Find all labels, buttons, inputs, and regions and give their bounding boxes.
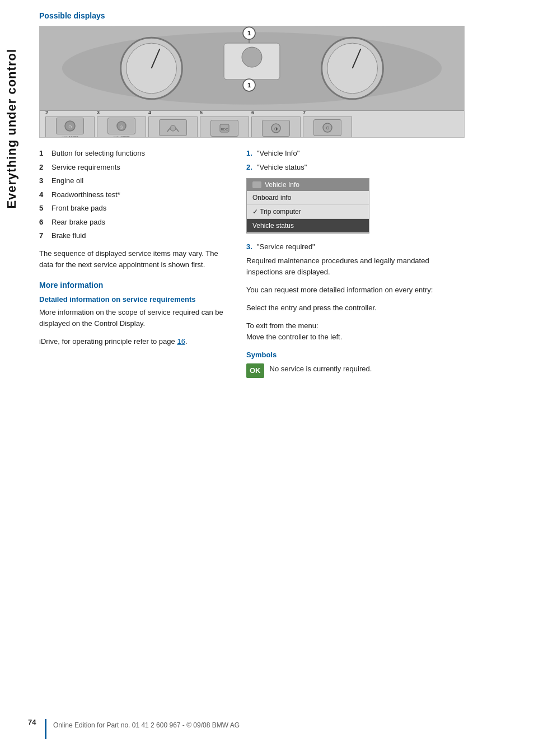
- main-content: Possible displays 1: [28, 0, 534, 395]
- col-left: 1 Button for selecting functions 2 Servi…: [39, 148, 229, 378]
- vib-item-onboard: Onboard info: [247, 191, 369, 205]
- svg-text:1: 1: [247, 30, 251, 36]
- page-number: 74: [28, 718, 45, 726]
- page-footer: 74 Online Edition for Part no. 01 41 2 6…: [28, 718, 517, 739]
- symbol-row: OK No service is currently required.: [246, 363, 459, 378]
- list-item-7: 7 Brake fluid: [39, 230, 229, 241]
- list-item-2: 2 Service requirements: [39, 162, 229, 173]
- sidebar-label: Everything under control: [4, 49, 19, 209]
- exit-text: Move the controller to the left.: [246, 333, 342, 341]
- svg-text:⊙: ⊙: [326, 125, 330, 130]
- symbols-text: No service is currently required.: [270, 363, 372, 375]
- vib-icon: [252, 181, 261, 188]
- required-text: Required maintenance procedures and lega…: [246, 255, 459, 278]
- instr-block-3: ◷ mi/s 10000⊙ 12/2009: [97, 116, 146, 138]
- two-col-layout: 1 Button for selecting functions 2 Servi…: [39, 148, 465, 378]
- svg-text:RDC: RDC: [221, 128, 229, 131]
- vib-item-trip: Trip computer: [247, 205, 369, 219]
- instr-block-4: ⊙ 12/2009: [148, 116, 198, 138]
- list-text-4: Roadworthiness test*: [51, 189, 120, 200]
- diagram-top: 1 1: [40, 26, 464, 110]
- footer-text: Online Edition for Part no. 01 41 2 600 …: [53, 718, 240, 730]
- list-num-4: 4: [39, 189, 47, 200]
- instr-block-2: ⊙ mi/s 10000⊙ 12/2009: [45, 116, 95, 138]
- more-info-heading: More information: [39, 281, 229, 290]
- vib-item-vehicle-status: Vehicle status: [247, 219, 369, 233]
- right-text-2: "Vehicle status": [257, 162, 307, 173]
- ok-badge: OK: [246, 363, 264, 378]
- instr-block-6: ◑ mi/s 10000: [251, 116, 301, 138]
- svg-text:◑: ◑: [274, 127, 278, 130]
- sequence-text: The sequence of displayed service items …: [39, 248, 229, 270]
- list-item-3: 3 Engine oil: [39, 175, 229, 186]
- list-item-6: 6 Rear brake pads: [39, 217, 229, 228]
- sub-heading: Detailed information on service requirem…: [39, 295, 229, 304]
- step3-text: "Service required": [257, 241, 315, 253]
- symbols-heading: Symbols: [246, 351, 459, 359]
- sidebar: Everything under control: [0, 45, 24, 213]
- right-num-2: 2.: [246, 162, 252, 173]
- sub-text-1: More information on the scope of service…: [39, 307, 229, 329]
- svg-point-9: [242, 47, 262, 67]
- right-num-1: 1.: [246, 148, 252, 159]
- instr-block-5: RDC mi/s 10000: [200, 116, 249, 138]
- list-text-7: Brake fluid: [51, 230, 86, 241]
- col-right: 1. "Vehicle Info" 2. "Vehicle status" Ve…: [246, 148, 459, 378]
- right-list-item-2: 2. "Vehicle status": [246, 162, 459, 173]
- select-text: Select the entry and press the controlle…: [246, 302, 459, 314]
- list-num-6: 6: [39, 217, 47, 228]
- svg-text:⊙: ⊙: [68, 124, 72, 129]
- list-num-1: 1: [39, 148, 47, 159]
- list-item-5: 5 Front brake pads: [39, 203, 229, 214]
- section-heading: Possible displays: [39, 11, 517, 20]
- step3-num: 3.: [246, 241, 252, 253]
- diagram-bottom: 2 ⊙ mi/s 10000⊙ 12/2009 3 ◷ mi/s 10: [40, 110, 464, 138]
- exit-label-text: To exit from the menu: Move the controll…: [246, 320, 459, 343]
- list-text-1: Button for selecting functions: [51, 148, 145, 159]
- list-text-3: Engine oil: [51, 175, 83, 186]
- svg-text:◷: ◷: [120, 125, 123, 129]
- footer-bar: [45, 719, 46, 739]
- svg-point-19: [170, 125, 176, 131]
- vib-header: Vehicle Info: [247, 179, 369, 191]
- list-num-3: 3: [39, 175, 47, 186]
- svg-text:1: 1: [247, 82, 251, 88]
- step3-item: 3. "Service required": [246, 241, 459, 253]
- list-text-5: Front brake pads: [51, 203, 106, 214]
- list-num-5: 5: [39, 203, 47, 214]
- vehicle-info-box: Vehicle Info Onboard info Trip computer …: [246, 178, 369, 234]
- sub-text-2: iDrive, for operating principle refer to…: [39, 336, 229, 347]
- instr-block-7: ⊙ ⊙ 12/2009: [303, 116, 352, 138]
- exit-label: To exit from the menu:: [246, 321, 318, 330]
- dashboard-diagram: 1 1 2 ⊙ mi/s 10000⊙ 12/2009: [39, 26, 465, 138]
- cluster-svg: 1 1: [40, 26, 464, 110]
- list-item-4: 4 Roadworthiness test*: [39, 189, 229, 200]
- numbered-list: 1 Button for selecting functions 2 Servi…: [39, 148, 229, 241]
- right-text-1: "Vehicle Info": [257, 148, 299, 159]
- vib-header-label: Vehicle Info: [265, 181, 299, 189]
- list-text-6: Rear brake pads: [51, 217, 105, 228]
- right-list-item-1: 1. "Vehicle Info": [246, 148, 459, 159]
- list-text-2: Service requirements: [51, 162, 120, 173]
- more-detail-text: You can request more detailed informatio…: [246, 284, 459, 296]
- list-num-7: 7: [39, 230, 47, 241]
- page-link[interactable]: 16: [177, 337, 185, 346]
- list-item-1: 1 Button for selecting functions: [39, 148, 229, 159]
- list-num-2: 2: [39, 162, 47, 173]
